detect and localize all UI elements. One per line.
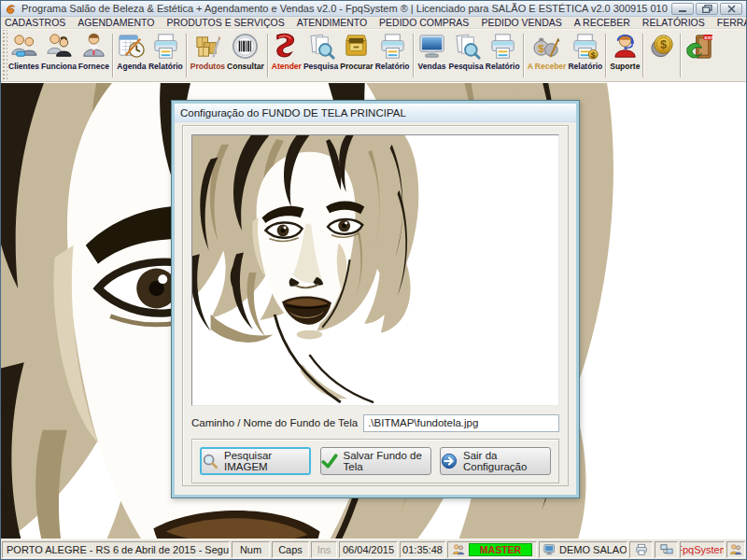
- toolbar-label: Vendas: [418, 62, 446, 71]
- product-boxes-icon: [193, 32, 222, 61]
- toolbar-fornece-button[interactable]: Fornece: [78, 30, 110, 81]
- magnifier-icon: [202, 453, 218, 469]
- toolbar-separator: [413, 34, 415, 77]
- menu-a-receber[interactable]: A RECEBER: [574, 17, 630, 28]
- menu-produtos-servicos[interactable]: PRODUTOS E SERVIÇOS: [166, 17, 284, 28]
- exit-door-icon: EXIT: [685, 32, 714, 61]
- calendar-clock-icon: [117, 32, 146, 61]
- date-text: 06/04/2015: [343, 544, 394, 555]
- users-icon: [452, 543, 465, 556]
- logged-user-badge: MASTER: [469, 543, 532, 556]
- menu-bar: CADASTROS AGENDAMENTO PRODUTOS E SERVIÇO…: [1, 17, 746, 29]
- restore-button[interactable]: [696, 3, 718, 15]
- toolbar-pesquisa-vendas-button[interactable]: Pesquisa: [448, 30, 485, 81]
- toolbar-separator: [112, 34, 114, 77]
- menu-agendamento[interactable]: AGENDAMENTO: [78, 17, 154, 28]
- toolbar-label: Relatório: [486, 62, 520, 71]
- gold-coin-icon: $: [648, 32, 677, 61]
- monitor-small-icon: [543, 543, 557, 556]
- toolbar-caixa-button[interactable]: $: [646, 30, 678, 81]
- status-users-panel: [726, 541, 745, 558]
- insert-indicator: Ins: [317, 544, 331, 555]
- green-check-icon: [321, 453, 338, 469]
- toolbar-pesquisa-atendimento-button[interactable]: Pesquisa: [303, 30, 339, 81]
- pesquisar-imagem-button[interactable]: Pesquisar IMAGEM: [200, 447, 311, 475]
- toolbar-grip: [1, 30, 7, 81]
- toolbar-label: Consultar: [227, 62, 264, 71]
- window-title: Programa Salão de Beleza & Estética + Ag…: [21, 3, 668, 14]
- svg-text:EXIT: EXIT: [704, 35, 713, 40]
- toolbar-relatorio-atendimento-button[interactable]: Relatório: [374, 30, 411, 81]
- menu-relatorios[interactable]: RELATÓRIOS: [642, 17, 705, 28]
- close-button[interactable]: [720, 3, 742, 15]
- wallpaper-preview-image: [192, 135, 558, 405]
- toolbar-procurar-button[interactable]: Procurar: [339, 30, 374, 81]
- toolbar-relatorio-agenda-button[interactable]: Relatório: [148, 30, 184, 81]
- dialog-content-frame: Caminho / Nome do Fundo de Tela Pesquisa…: [182, 125, 569, 486]
- printer-icon: [151, 32, 180, 61]
- supplier-icon: [79, 32, 108, 61]
- window-titlebar: Programa Salão de Beleza & Estética + Ag…: [1, 1, 746, 17]
- salvar-fundo-button[interactable]: Salvar Fundo de Tela: [320, 447, 431, 475]
- monitor-icon: [417, 32, 446, 61]
- printer-money-icon: $: [571, 32, 599, 61]
- status-num: Num: [232, 541, 270, 558]
- wallpaper-preview-panel: [191, 134, 559, 406]
- toolbar-funciona-button[interactable]: Funciona: [40, 30, 78, 81]
- toolbar-relatorio-receber-button[interactable]: $ Relatório: [567, 30, 603, 81]
- company-name: DEMO SALAO 2.0: [559, 544, 627, 555]
- menu-atendimento[interactable]: ATENDIMENTO: [297, 17, 367, 28]
- toolbar-separator: [523, 34, 525, 77]
- svg-text:$: $: [538, 42, 544, 54]
- search-docs-icon: [452, 32, 481, 61]
- path-input[interactable]: [363, 414, 559, 432]
- status-brand: FpqSystem: [680, 541, 725, 558]
- menu-pedido-compras[interactable]: PEDIDO COMPRAS: [379, 17, 469, 28]
- toolbar-relatorio-vendas-button[interactable]: Relatório: [485, 30, 521, 81]
- dialog-title: Configuração do FUNDO DE TELA PRINCIPAL: [180, 107, 406, 119]
- toolbar-exit-button[interactable]: EXIT: [684, 30, 715, 81]
- button-label: Salvar Fundo de Tela: [344, 450, 430, 472]
- toolbar-separator: [680, 34, 682, 77]
- location-text: PORTO ALEGRE - RS 6 de Abril de 2015 - S…: [7, 544, 230, 555]
- button-label: Sair da Configuração: [463, 450, 550, 472]
- toolbar-produtos-button[interactable]: Produtos: [190, 30, 226, 81]
- sair-configuracao-button[interactable]: Sair da Configuração: [440, 447, 551, 475]
- toolbar-suporte-button[interactable]: Suporte: [609, 30, 641, 81]
- toolbar-separator: [267, 34, 269, 77]
- status-date: 06/04/2015: [339, 541, 398, 558]
- users-icon: [729, 543, 742, 556]
- menu-ferramentas[interactable]: FERRAMENTAS: [717, 17, 747, 28]
- printer-icon: [488, 32, 517, 61]
- status-time: 01:35:48: [400, 541, 445, 558]
- toolbar-a-receber-button[interactable]: $ A Receber: [527, 30, 568, 81]
- status-caps: Caps: [272, 541, 309, 558]
- status-location: PORTO ALEGRE - RS 6 de Abril de 2015 - S…: [2, 541, 230, 558]
- status-printer: [629, 541, 653, 558]
- toolbar-label: A Receber: [528, 62, 567, 71]
- status-network: [655, 541, 678, 558]
- toolbar-agenda-button[interactable]: Agenda: [116, 30, 148, 81]
- toolbar-separator: [642, 34, 644, 77]
- toolbar-label: Relatório: [375, 62, 410, 71]
- dialog-titlebar[interactable]: Configuração do FUNDO DE TELA PRINCIPAL: [175, 104, 576, 122]
- toolbar-separator: [186, 34, 188, 77]
- menu-cadastros[interactable]: CADASTROS: [5, 17, 65, 28]
- toolbar-clientes-button[interactable]: Clientes: [7, 30, 40, 81]
- barcode-icon: [231, 32, 260, 61]
- toolbar-atender-button[interactable]: Atender: [271, 30, 303, 81]
- toolbar-label: Relatório: [568, 62, 602, 71]
- dialog-body: Caminho / Nome do Fundo de Tela Pesquisa…: [175, 122, 576, 495]
- toolbar-label: Fornece: [78, 62, 109, 71]
- toolbar-label: Pesquisa: [303, 62, 338, 71]
- blue-arrow-circle-icon: [441, 453, 458, 469]
- minimize-button[interactable]: [671, 3, 694, 15]
- status-ins: Ins: [311, 541, 337, 558]
- toolbar-vendas-button[interactable]: Vendas: [416, 30, 448, 81]
- red-swirl-icon: [272, 32, 301, 61]
- svg-text:$: $: [660, 38, 667, 51]
- toolbar-consultar-button[interactable]: Consultar: [226, 30, 265, 81]
- menu-pedido-vendas[interactable]: PEDIDO VENDAS: [481, 17, 561, 28]
- staff-icon: [44, 32, 73, 61]
- status-user: MASTER: [447, 541, 537, 558]
